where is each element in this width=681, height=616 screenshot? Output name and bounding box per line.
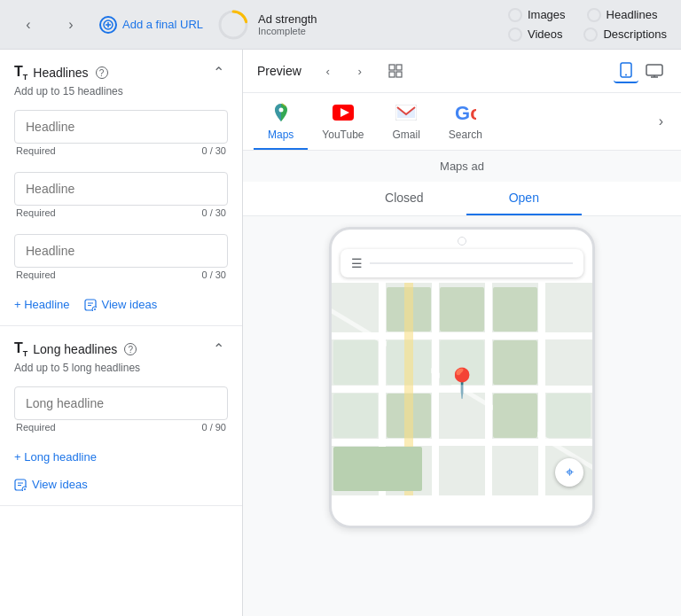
mobile-view-button[interactable]: [614, 58, 638, 83]
svg-rect-50: [546, 394, 591, 438]
preview-ad-label: Maps ad: [243, 151, 681, 182]
left-panel: TT Headlines ? Add up to 15 headlines ⌃ …: [0, 50, 243, 616]
videos-checkbox-circle: [508, 27, 522, 42]
add-headline-button[interactable]: + Headline: [14, 298, 70, 311]
headlines-help-icon[interactable]: ?: [96, 66, 108, 79]
headline-1-meta: Required 0 / 30: [14, 144, 228, 161]
svg-rect-45: [493, 340, 537, 385]
closed-tab[interactable]: Closed: [342, 182, 466, 215]
gmail-icon: [394, 100, 419, 125]
headlines-title-area: TT Headlines ? Add up to 15 headlines: [14, 64, 123, 97]
map-area: 📍 ⌖: [332, 283, 592, 495]
headline-input-2[interactable]: [14, 172, 228, 206]
tabs-next-button[interactable]: ›: [652, 106, 670, 136]
preview-tabs: Maps YouTube: [243, 93, 681, 151]
map-search-bar[interactable]: ☰: [340, 249, 583, 277]
add-url-button[interactable]: Add a final URL: [99, 16, 203, 34]
open-tab[interactable]: Open: [466, 182, 582, 215]
svg-text:Google: Google: [455, 102, 476, 123]
compass-button[interactable]: ⌖: [555, 458, 583, 487]
long-headline-input-1-group: Required 0 / 90: [0, 381, 242, 443]
tt-icon: TT: [14, 64, 27, 82]
svg-rect-47: [333, 394, 378, 438]
main-layout: TT Headlines ? Add up to 15 headlines ⌃ …: [0, 50, 681, 616]
desktop-view-button[interactable]: [642, 58, 667, 83]
view-headline-ideas-button[interactable]: View ideas: [84, 298, 158, 311]
headlines-section-title: TT Headlines ?: [14, 64, 123, 82]
add-long-headline-button[interactable]: + Long headline: [14, 450, 97, 464]
descriptions-checkbox[interactable]: Descriptions: [583, 27, 667, 42]
device-toggle: [614, 58, 667, 83]
forward-button[interactable]: ›: [57, 11, 85, 39]
long-headlines-title-area: TT Long headlines ? Add up to 5 long hea…: [14, 340, 140, 374]
preview-content: Maps ad Closed Open ☰: [243, 151, 681, 616]
tab-search[interactable]: Google Search: [434, 93, 497, 150]
images-checkbox[interactable]: Images: [508, 8, 566, 22]
preview-back-button[interactable]: ‹: [316, 58, 340, 83]
svg-point-22: [625, 74, 627, 76]
headline-input-1-group: Required 0 / 30: [0, 105, 242, 167]
phone-wrap: ☰: [243, 216, 681, 616]
hamburger-icon: ☰: [351, 256, 363, 270]
long-headline-input-1[interactable]: [14, 386, 228, 420]
checkbox-row-1: Images Headlines: [508, 8, 667, 22]
view-long-headline-ideas-button[interactable]: View ideas: [14, 478, 88, 491]
headlines-checkbox[interactable]: Headlines: [587, 8, 658, 22]
maps-icon: [269, 100, 294, 125]
svg-point-26: [278, 108, 283, 113]
svg-rect-18: [396, 65, 402, 70]
svg-rect-23: [646, 65, 662, 75]
search-bar-line: [370, 262, 573, 264]
long-headlines-collapse-button[interactable]: ⌃: [209, 340, 228, 357]
ad-strength-text: Ad strength Incomplete: [258, 12, 317, 36]
videos-checkbox[interactable]: Videos: [508, 27, 563, 42]
long-headlines-help-icon[interactable]: ?: [124, 343, 137, 355]
descriptions-checkbox-circle: [583, 27, 598, 42]
add-url-label: Add a final URL: [122, 18, 203, 31]
headlines-action-row: + Headline View ideas: [0, 291, 242, 325]
right-panel: Preview ‹ ›: [243, 50, 681, 616]
headlines-subtitle: Add up to 15 headlines: [14, 85, 123, 97]
headline-input-3-group: Required 0 / 30: [0, 229, 242, 291]
svg-rect-49: [493, 394, 537, 438]
top-bar-checkboxes: Images Headlines Videos Descriptions: [508, 8, 667, 42]
headline-input-3[interactable]: [14, 234, 228, 268]
long-headlines-section-header: TT Long headlines ? Add up to 5 long hea…: [0, 326, 242, 381]
headlines-checkbox-circle: [587, 8, 601, 22]
preview-header: Preview ‹ ›: [243, 50, 681, 93]
preview-forward-button[interactable]: ›: [348, 58, 372, 83]
svg-rect-19: [389, 72, 395, 77]
headlines-collapse-button[interactable]: ⌃: [209, 64, 228, 81]
long-tt-icon: TT: [14, 340, 27, 358]
svg-rect-20: [396, 72, 402, 77]
youtube-icon: [331, 100, 356, 125]
view-toggle: [383, 58, 408, 83]
long-headlines-section: TT Long headlines ? Add up to 5 long hea…: [0, 326, 242, 506]
compass-icon: ⌖: [566, 464, 574, 480]
grid-view-button[interactable]: [383, 58, 408, 83]
open-closed-tabs: Closed Open: [243, 182, 681, 216]
long-headlines-action-row: + Long headline: [0, 443, 242, 478]
headlines-section-header: TT Headlines ? Add up to 15 headlines ⌃: [0, 50, 242, 105]
svg-rect-52: [333, 447, 422, 491]
tab-gmail[interactable]: Gmail: [379, 93, 434, 150]
long-headlines-subtitle: Add up to 5 long headlines: [14, 362, 140, 374]
headlines-section: TT Headlines ? Add up to 15 headlines ⌃ …: [0, 50, 242, 326]
back-button[interactable]: ‹: [14, 11, 43, 39]
images-checkbox-circle: [508, 8, 522, 22]
headline-2-meta: Required 0 / 30: [14, 206, 228, 223]
checkbox-row-2: Videos Descriptions: [508, 27, 667, 42]
view-long-ideas-row: View ideas: [0, 478, 242, 505]
long-headline-1-meta: Required 0 / 90: [14, 420, 228, 438]
svg-rect-17: [389, 65, 395, 70]
ad-strength-section: Ad strength Incomplete: [217, 9, 317, 41]
headline-3-meta: Required 0 / 30: [14, 268, 228, 285]
search-google-icon: Google: [453, 100, 478, 125]
tab-maps[interactable]: Maps: [254, 93, 308, 150]
preview-title: Preview: [257, 64, 301, 78]
tab-youtube[interactable]: YouTube: [308, 93, 378, 150]
long-headlines-section-title: TT Long headlines ?: [14, 340, 140, 358]
phone-dot: [458, 237, 466, 246]
headline-input-1[interactable]: [14, 110, 228, 144]
location-pin-icon: 📍: [444, 366, 480, 400]
